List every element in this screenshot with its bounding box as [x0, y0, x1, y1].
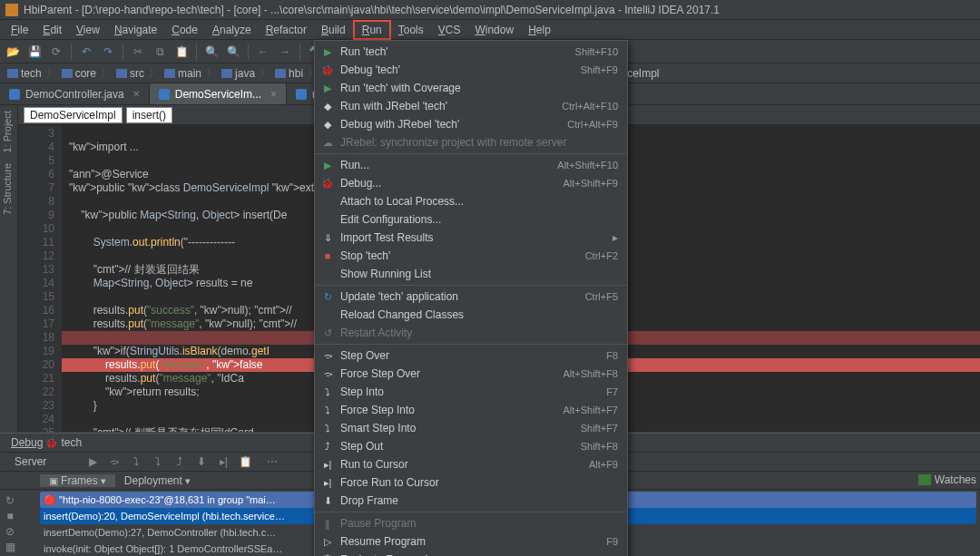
redo-icon[interactable]: ↷ — [99, 43, 117, 61]
step-over-icon[interactable]: ⤼ — [106, 454, 122, 470]
drop-frame-icon[interactable]: ⬇ — [193, 454, 210, 470]
editor-tab[interactable]: DemoController.java× — [0, 83, 150, 104]
java-file-icon — [159, 89, 170, 100]
breadcrumb-item[interactable]: main — [162, 67, 203, 80]
menu-item-icon: ⇓ — [320, 230, 335, 245]
mute-bp-icon[interactable]: ⊘ — [2, 525, 18, 539]
folder-icon — [221, 69, 232, 78]
server-tab[interactable]: Server — [5, 455, 55, 468]
title-bar: HbiParent - [D:\repo-hand\repo-tech\tech… — [0, 0, 980, 20]
menu-item[interactable]: Reload Changed Classes — [315, 306, 627, 324]
menu-item[interactable]: ◆Debug with JRebel 'tech'Ctrl+Alt+F9 — [315, 115, 627, 133]
menu-item-icon: ↺ — [320, 326, 335, 340]
menu-item-icon: ‖ — [320, 516, 335, 531]
editor-tab[interactable]: DemoServiceIm...× — [150, 83, 287, 104]
deployment-tab[interactable]: Deployment ▾ — [115, 474, 200, 487]
menu-item[interactable]: ▸|Run to CursorAlt+F9 — [315, 455, 627, 473]
menu-item[interactable]: ⤴Step OutShift+F8 — [315, 437, 627, 455]
menu-help[interactable]: Help — [521, 22, 558, 38]
menu-vcs[interactable]: VCS — [431, 22, 468, 38]
menu-item[interactable]: 🐞Debug 'tech'Shift+F9 — [315, 61, 627, 79]
project-tool[interactable]: 1: Project — [0, 105, 15, 158]
copy-icon[interactable]: ⧉ — [151, 43, 169, 61]
menu-item: ↺Restart Activity — [315, 324, 627, 342]
menu-item-icon: 📋 — [320, 552, 335, 556]
menu-tools[interactable]: Tools — [391, 22, 431, 38]
menu-navigate[interactable]: Navigate — [107, 22, 164, 38]
resume-icon[interactable]: ▶ — [84, 454, 101, 470]
menu-item[interactable]: Show Running List — [315, 265, 627, 283]
replace-icon[interactable]: 🔍 — [224, 43, 242, 61]
folder-icon — [164, 69, 175, 78]
menu-item[interactable]: ↻Update 'tech' applicationCtrl+F5 — [315, 288, 627, 306]
menu-item[interactable]: ■Stop 'tech'Ctrl+F2 — [315, 247, 627, 265]
menu-item-icon — [320, 194, 335, 209]
undo-icon[interactable]: ↶ — [77, 43, 95, 61]
cut-icon[interactable]: ✂ — [129, 43, 147, 61]
paste-icon[interactable]: 📋 — [172, 43, 191, 61]
gutter[interactable]: 3456789101112131415161718192021222324252… — [18, 125, 62, 432]
menu-item[interactable]: 🐞Debug...Alt+Shift+F9 — [315, 174, 627, 192]
menu-item[interactable]: ⤵Step IntoF7 — [315, 383, 627, 401]
open-icon[interactable]: 📂 — [4, 43, 22, 61]
structure-tool[interactable]: 7: Structure — [0, 158, 15, 220]
frames-tab[interactable]: ▣ Frames ▾ — [40, 474, 115, 487]
menu-item[interactable]: ▸|Force Run to Cursor — [315, 473, 627, 492]
breadcrumb-item[interactable]: tech — [5, 67, 44, 80]
stop-icon[interactable]: ■ — [2, 509, 18, 522]
menu-item[interactable]: ⤵Force Step IntoAlt+Shift+F7 — [315, 401, 627, 419]
save-icon[interactable]: 💾 — [25, 43, 44, 61]
menu-run[interactable]: Run — [353, 20, 391, 40]
forward-icon[interactable]: → — [276, 43, 294, 61]
breadcrumb-item[interactable]: core — [60, 67, 98, 80]
menu-item-icon: ↻ — [320, 289, 335, 304]
menu-build[interactable]: Build — [314, 22, 353, 38]
menu-item[interactable]: ▶Run 'tech'Shift+F10 — [315, 43, 627, 61]
menu-item[interactable]: ◆Run with JRebel 'tech'Ctrl+Alt+F10 — [315, 97, 627, 115]
menu-item-icon: ⤴ — [320, 439, 335, 454]
debug-tab[interactable]: Debug 🐞 tech — [5, 436, 87, 449]
back-icon[interactable]: ← — [254, 43, 272, 61]
menu-item[interactable]: ⤼Step OverF8 — [315, 346, 627, 365]
more-icon[interactable]: ⋯ — [264, 454, 280, 470]
refresh-icon[interactable]: ⟳ — [47, 43, 65, 61]
menu-window[interactable]: Window — [467, 22, 521, 38]
layout-icon[interactable]: ▦ — [2, 541, 18, 554]
menu-view[interactable]: View — [69, 22, 107, 38]
menu-item[interactable]: 📋Evaluate Expression... — [315, 551, 627, 556]
breadcrumb-item[interactable]: hbi — [273, 67, 305, 80]
menu-item[interactable]: ▶Run...Alt+Shift+F10 — [315, 156, 627, 174]
menu-refactor[interactable]: Refactor — [259, 22, 314, 38]
step-into-icon[interactable]: ⤵ — [128, 454, 144, 470]
run-to-cursor-icon[interactable]: ▸| — [215, 454, 231, 470]
menu-item[interactable]: ⤵Smart Step IntoShift+F7 — [315, 419, 627, 437]
find-icon[interactable]: 🔍 — [202, 43, 220, 61]
menu-item[interactable]: ▷Resume ProgramF9 — [315, 532, 627, 551]
menu-item[interactable]: ▶Run 'tech' with Coverage — [315, 79, 627, 97]
step-out-icon[interactable]: ⤴ — [172, 454, 188, 470]
separator — [196, 44, 197, 60]
menu-item[interactable]: Edit Configurations... — [315, 210, 627, 229]
menu-item-icon — [320, 212, 335, 227]
force-step-into-icon[interactable]: ⤵ — [150, 454, 166, 470]
menu-item[interactable]: ⬇Drop Frame — [315, 492, 627, 510]
separator — [248, 44, 249, 60]
method-chip[interactable]: insert() — [126, 107, 172, 123]
breadcrumb-item[interactable]: java — [220, 67, 257, 80]
menu-code[interactable]: Code — [164, 22, 205, 38]
menu-analyze[interactable]: Analyze — [205, 22, 259, 38]
watches-panel[interactable]: Watches — [918, 473, 976, 486]
breadcrumb-item[interactable]: src — [114, 67, 146, 80]
class-chip[interactable]: DemoServiceImpl — [24, 107, 122, 123]
close-tab-icon[interactable]: × — [270, 88, 277, 101]
app-icon — [5, 4, 18, 16]
menu-item[interactable]: ⤼Force Step OverAlt+Shift+F8 — [315, 365, 627, 383]
menu-file[interactable]: File — [4, 22, 35, 38]
rerun-icon[interactable]: ↻ — [2, 493, 18, 507]
menu-item[interactable]: Attach to Local Process... — [315, 192, 627, 210]
close-tab-icon[interactable]: × — [133, 88, 140, 101]
menu-edit[interactable]: Edit — [35, 22, 69, 38]
menu-item-icon: ▸| — [320, 475, 335, 490]
menu-item[interactable]: ⇓Import Test Results▸ — [315, 229, 627, 247]
evaluate-icon[interactable]: 📋 — [237, 454, 253, 470]
